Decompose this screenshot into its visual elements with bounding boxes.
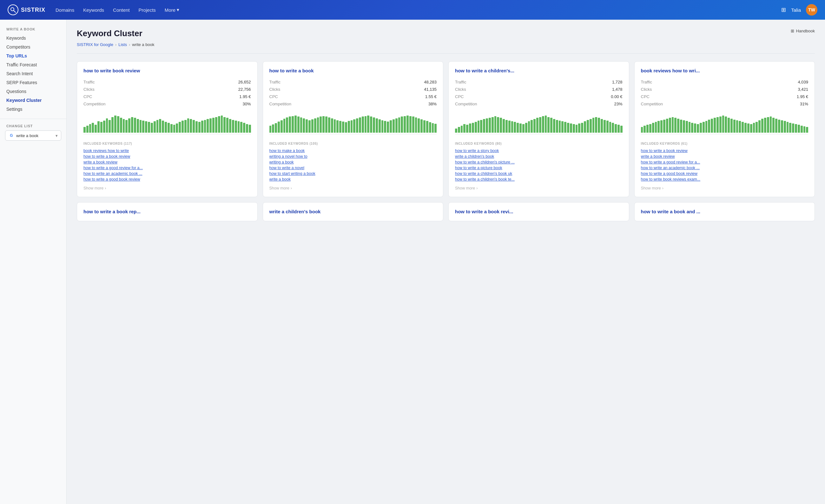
keyword-link-3-2[interactable]: how to write a good review for a...: [641, 159, 809, 165]
layout: WRITE A BOOK Keywords Competitors Top UR…: [0, 20, 825, 504]
chart-bar-57: [243, 123, 245, 133]
keyword-link-1-0[interactable]: how to make a book: [270, 148, 437, 154]
breadcrumb-lists[interactable]: Lists: [118, 42, 127, 47]
keyword-link-0-0[interactable]: book reviews how to write: [83, 148, 251, 154]
nav-projects[interactable]: Projects: [139, 7, 156, 13]
chart-bar-39: [564, 122, 567, 133]
cluster-title-row2-0[interactable]: how to write a book rep...: [83, 209, 251, 214]
cluster-title-row2-1[interactable]: write a children's book: [270, 209, 437, 214]
cluster-title-row2-3[interactable]: how to write a book and ...: [641, 209, 809, 214]
handbook-link[interactable]: ⊞ Handbook: [791, 28, 815, 33]
chart-bar-1: [458, 127, 460, 133]
chart-bar-35: [553, 119, 555, 133]
stat-value: 3,421: [798, 87, 808, 92]
chart-bar-42: [758, 120, 761, 133]
keyword-link-2-3[interactable]: how to write a picture book: [455, 165, 622, 171]
header-right: ⊞ Talia TW: [781, 4, 817, 15]
chart-bar-46: [770, 117, 772, 133]
stat-label: Competition: [455, 101, 477, 106]
chart-bar-45: [209, 119, 212, 133]
cluster-title-row2-2[interactable]: how to write a book revi...: [455, 209, 622, 214]
nav-domains[interactable]: Domains: [56, 7, 74, 13]
keyword-link-2-2[interactable]: how to write a children's picture ...: [455, 159, 622, 165]
nav-keywords[interactable]: Keywords: [83, 7, 104, 13]
keyword-link-0-5[interactable]: how to write a good book review: [83, 176, 251, 182]
sidebar-item-questions[interactable]: Questions: [0, 87, 66, 96]
sidebar-item-settings[interactable]: Settings: [0, 105, 66, 114]
avatar[interactable]: TW: [806, 4, 817, 15]
keyword-link-0-4[interactable]: how to write an academic book ...: [83, 171, 251, 176]
keyword-link-2-0[interactable]: how to write a story book: [455, 148, 622, 154]
cluster-chart-3: [641, 115, 809, 134]
show-more-2[interactable]: Show more›: [455, 186, 622, 191]
keyword-link-3-3[interactable]: how to write an academic book ...: [641, 165, 809, 171]
nav-content[interactable]: Content: [113, 7, 130, 13]
cluster-stats-0: Traffic26,652Clicks22,756CPC1.95 €Compet…: [83, 78, 251, 107]
chart-bar-56: [426, 121, 428, 133]
show-more-1[interactable]: Show more›: [270, 186, 437, 191]
included-label-3: INCLUDED KEYWORDS (61): [641, 142, 809, 145]
chart-bar-43: [761, 119, 763, 133]
sidebar-item-top-urls[interactable]: Top URLs: [0, 52, 66, 60]
breadcrumb-sistrix[interactable]: SISTRIX for Google: [77, 42, 113, 47]
keyword-link-1-3[interactable]: how to write a novel: [270, 165, 437, 171]
keyword-link-0-3[interactable]: how to write a good review for a...: [83, 165, 251, 171]
change-list-label: CHANGE LIST: [5, 124, 61, 128]
nav-more[interactable]: More ▾: [165, 7, 179, 13]
cluster-title-1[interactable]: how to write a book: [270, 68, 437, 73]
chart-bar-54: [235, 121, 237, 133]
keyword-link-1-2[interactable]: writing a book: [270, 159, 437, 165]
chart-bar-40: [196, 121, 198, 133]
sidebar-item-serp-features[interactable]: SERP Features: [0, 78, 66, 87]
stat-row-clicks: Clicks41,135: [270, 86, 437, 93]
chart-bar-4: [466, 125, 468, 133]
chart-bar-28: [162, 121, 164, 133]
chart-bar-37: [373, 118, 375, 133]
sidebar-item-competitors[interactable]: Competitors: [0, 43, 66, 52]
show-more-0[interactable]: Show more›: [83, 186, 251, 191]
cluster-title-3[interactable]: book reviews how to wri...: [641, 68, 809, 73]
keyword-link-0-1[interactable]: how to write a book review: [83, 154, 251, 159]
chart-bar-20: [697, 124, 699, 133]
keyword-link-1-5[interactable]: write a book: [270, 176, 437, 182]
chart-bar-14: [680, 120, 682, 133]
user-name: Talia: [791, 7, 801, 13]
keyword-link-3-5[interactable]: how to write book reviews exam...: [641, 176, 809, 182]
chart-bar-5: [97, 121, 100, 133]
chart-bar-29: [536, 118, 538, 133]
chart-bar-52: [601, 119, 603, 133]
stat-label: Competition: [83, 101, 105, 106]
keyword-link-3-1[interactable]: write a book review: [641, 154, 809, 159]
chart-bar-2: [461, 126, 463, 133]
keyword-link-3-0[interactable]: how to write a book review: [641, 148, 809, 154]
keyword-link-2-1[interactable]: write a children's book: [455, 154, 622, 159]
sidebar-item-keyword-cluster[interactable]: Keyword Cluster: [0, 96, 66, 105]
show-more-3[interactable]: Show more›: [641, 186, 809, 191]
sidebar-item-keywords[interactable]: Keywords: [0, 33, 66, 43]
change-list-select[interactable]: G write a book ▾: [5, 131, 61, 141]
keyword-link-3-4[interactable]: how to write a good book review: [641, 171, 809, 176]
chart-bar-58: [246, 124, 248, 133]
chart-bar-17: [317, 118, 319, 133]
chart-bar-25: [525, 123, 527, 133]
chart-bar-30: [725, 117, 727, 133]
keyword-link-2-4[interactable]: how to write a children's book uk: [455, 171, 622, 176]
keyword-link-1-1[interactable]: writing a novel how to: [270, 154, 437, 159]
keyword-link-1-4[interactable]: how to start writing a book: [270, 171, 437, 176]
keyword-link-2-5[interactable]: how to write a children's book te...: [455, 176, 622, 182]
chart-bar-43: [390, 120, 392, 133]
chart-bar-11: [672, 117, 674, 133]
cluster-card-row2-3: how to write a book and ...: [634, 202, 815, 221]
chart-bar-31: [728, 118, 730, 133]
chart-bar-9: [480, 120, 482, 133]
stat-value: 4,039: [798, 80, 808, 84]
sidebar-item-traffic-forecast[interactable]: Traffic Forecast: [0, 60, 66, 69]
chart-bar-46: [398, 118, 400, 133]
sidebar-item-search-intent[interactable]: Search Intent: [0, 69, 66, 78]
cluster-title-0[interactable]: how to write book review: [83, 68, 251, 73]
grid-icon[interactable]: ⊞: [781, 6, 786, 13]
chart-bar-59: [806, 127, 808, 133]
keyword-link-0-2[interactable]: write a book review: [83, 159, 251, 165]
chart-bar-34: [365, 116, 367, 133]
cluster-title-2[interactable]: how to write a children's...: [455, 68, 622, 73]
